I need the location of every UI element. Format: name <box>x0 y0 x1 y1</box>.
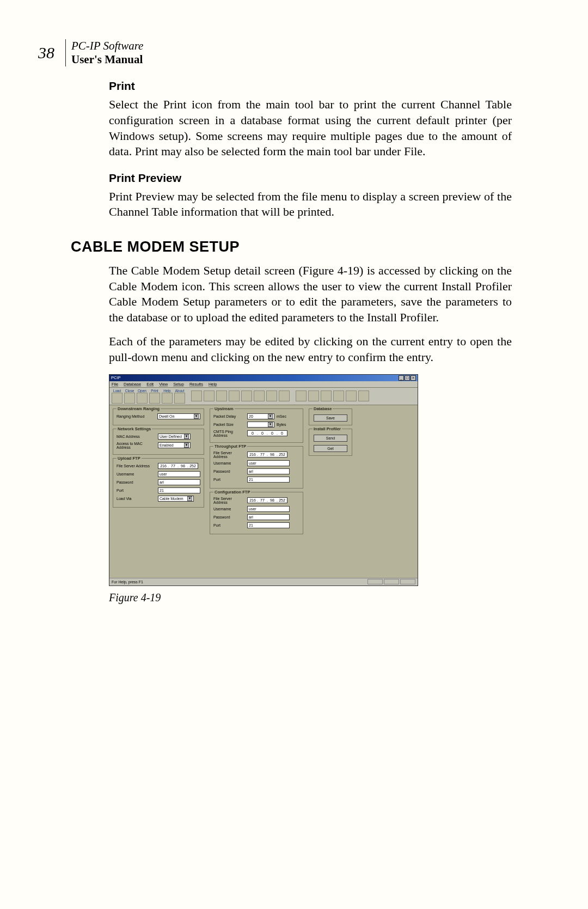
close-button[interactable]: × <box>411 375 416 381</box>
menu-edit[interactable]: Edit <box>146 382 154 387</box>
send-button[interactable]: Send <box>314 435 347 442</box>
toolbar-icon[interactable] <box>346 391 357 401</box>
password-input[interactable]: arl <box>247 468 290 474</box>
print-preview-paragraph: Print Preview may be selected from the f… <box>109 189 512 220</box>
packet-delay-select[interactable]: 20▼ <box>247 413 274 419</box>
load-via-select[interactable]: Cable Modem▼ <box>158 496 194 502</box>
file-server-ip-input[interactable]: 216.77.98.252 <box>158 463 198 469</box>
app-title: PCIP <box>111 375 121 380</box>
packet-delay-label: Packet Delay <box>213 414 245 418</box>
menu-setup[interactable]: Setup <box>173 382 184 387</box>
tool-print-label: Print <box>151 389 158 393</box>
open-icon[interactable] <box>137 393 148 404</box>
load-via-label: Load Via <box>117 497 156 501</box>
username-input[interactable]: user <box>247 460 290 466</box>
port-input[interactable]: 21 <box>158 487 200 493</box>
ranging-method-select[interactable]: Dwell On▼ <box>157 413 200 419</box>
toolbar-icon[interactable] <box>279 391 290 401</box>
tool-close-label: Close <box>125 389 134 393</box>
chevron-down-icon: ▼ <box>268 414 273 419</box>
username-input[interactable]: user <box>158 471 200 477</box>
toolbar-icon[interactable] <box>216 391 227 401</box>
group-title: Upload FTP <box>117 456 142 461</box>
packet-size-select[interactable]: ▼ <box>247 422 274 428</box>
figure-caption: Figure 4-19 <box>109 591 512 604</box>
chevron-down-icon: ▼ <box>194 414 199 419</box>
menu-view[interactable]: View <box>159 382 168 387</box>
software-name: PC-IP Software <box>71 39 143 53</box>
toolbar-icon[interactable] <box>204 391 215 401</box>
toolbar-icon[interactable] <box>191 391 202 401</box>
password-input[interactable]: arl <box>158 479 200 485</box>
status-bar: For Help, press F1 <box>109 578 418 585</box>
group-title: Downstream Ranging <box>117 406 161 411</box>
help-icon[interactable] <box>162 393 173 404</box>
print-heading: Print <box>109 80 512 93</box>
cms-paragraph-1: The Cable Modem Setup detail screen (Fig… <box>109 263 512 325</box>
size-unit: Bytes <box>277 423 286 426</box>
manual-label: User's Manual <box>71 53 143 66</box>
toolbar-icon[interactable] <box>241 391 252 401</box>
toolbar-icon[interactable] <box>358 391 369 401</box>
status-box <box>384 579 399 584</box>
cmts-ping-ip-input[interactable]: 0.0.0.0 <box>247 430 287 436</box>
group-title: Install Profiler <box>313 426 342 431</box>
group-title: Throughput FTP <box>213 444 247 449</box>
database-group: Database Save <box>309 408 352 425</box>
file-server-ip-input[interactable]: 216.77.98.252 <box>247 497 287 503</box>
tool-about-label: About <box>175 389 185 393</box>
menu-help[interactable]: Help <box>209 382 217 387</box>
file-server-ip-input[interactable]: 216.77.98.252 <box>247 452 287 457</box>
username-label: Username <box>117 472 156 476</box>
toolbar-icon[interactable] <box>296 391 307 401</box>
menu-database[interactable]: Database <box>124 382 141 387</box>
upload-ftp-group: Upload FTP File Server Address 216.77.98… <box>113 458 204 508</box>
username-label: Username <box>213 507 245 511</box>
password-input[interactable]: arl <box>247 514 290 520</box>
maximize-button[interactable]: □ <box>405 375 410 381</box>
port-input[interactable]: 21 <box>247 477 290 483</box>
menu-file[interactable]: File <box>112 382 118 387</box>
mac-address-label: MAC Address <box>117 435 156 438</box>
configuration-ftp-group: Configuration FTP File Server Address 21… <box>210 492 303 534</box>
toolbar-icon[interactable] <box>321 391 332 401</box>
port-input[interactable]: 21 <box>247 522 290 528</box>
load-icon[interactable] <box>112 393 122 404</box>
install-profiler-group: Install Profiler Send Get <box>309 429 352 456</box>
packet-size-label: Packet Size <box>213 423 245 426</box>
port-label: Port <box>213 478 245 481</box>
access-mac-label: Access to MAC Address <box>117 442 156 449</box>
username-input[interactable]: user <box>247 506 290 512</box>
get-button[interactable]: Get <box>314 445 347 452</box>
toolbar-icon[interactable] <box>266 391 277 401</box>
status-text: For Help, press F1 <box>112 580 143 584</box>
about-icon[interactable] <box>174 393 185 404</box>
file-server-label: File Server Address <box>213 451 245 459</box>
group-title: Database <box>313 406 333 411</box>
mac-address-select[interactable]: User Defined▼ <box>158 434 191 440</box>
file-server-label: File Server Address <box>117 464 156 468</box>
toolbar-icon[interactable] <box>308 391 319 401</box>
username-label: Username <box>213 461 245 465</box>
toolbar-icon[interactable] <box>333 391 344 401</box>
minimize-button[interactable]: _ <box>399 375 404 381</box>
delay-unit: mSec <box>277 414 286 418</box>
password-label: Password <box>213 515 245 519</box>
menu-results[interactable]: Results <box>189 382 203 387</box>
ranging-method-label: Ranging Method <box>117 414 155 418</box>
screenshot-window: PCIP _ □ × File Database Edit View Setup… <box>109 374 418 586</box>
titlebar: PCIP _ □ × <box>109 375 418 381</box>
tool-help-label: Help <box>163 389 170 393</box>
page-number: 38 <box>38 44 54 62</box>
toolbar-icon[interactable] <box>254 391 265 401</box>
downstream-ranging-group: Downstream Ranging Ranging Method Dwell … <box>113 408 204 425</box>
access-mac-select[interactable]: Enabled▼ <box>158 442 191 448</box>
upstream-group: Upstream Packet Delay 20▼ mSec Packet Si… <box>210 408 303 443</box>
print-icon[interactable] <box>149 393 160 404</box>
header-separator <box>65 39 66 66</box>
close-icon[interactable] <box>124 393 135 404</box>
toolbar-icon[interactable] <box>229 391 240 401</box>
save-button[interactable]: Save <box>314 414 347 422</box>
chevron-down-icon: ▼ <box>184 434 189 439</box>
throughput-ftp-group: Throughput FTP File Server Address 216.7… <box>210 446 303 489</box>
